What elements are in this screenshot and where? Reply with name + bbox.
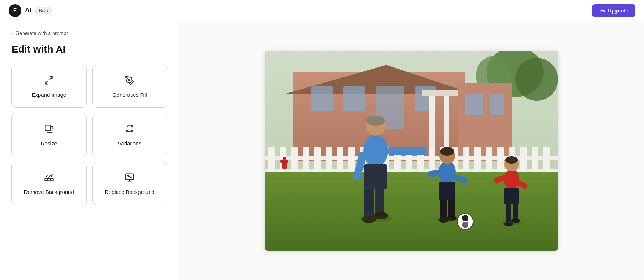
svg-rect-3	[45, 125, 50, 131]
remove-background-icon	[44, 172, 54, 184]
svg-rect-74	[365, 190, 373, 211]
resize-label: Resize	[41, 140, 57, 146]
svg-point-87	[505, 156, 518, 164]
main-image	[265, 51, 558, 251]
svg-rect-23	[429, 94, 435, 151]
svg-point-64	[363, 135, 388, 167]
svg-point-5	[131, 126, 133, 128]
svg-rect-90	[513, 203, 518, 221]
replace-background-icon	[125, 172, 135, 184]
svg-point-77	[440, 147, 454, 156]
svg-rect-38	[337, 147, 343, 176]
svg-point-2	[128, 79, 130, 81]
svg-rect-50	[474, 147, 481, 176]
content-area	[179, 21, 644, 280]
header: E AI Beta Upgrade	[0, 0, 644, 21]
expand-image-icon	[44, 75, 54, 87]
svg-rect-56	[543, 147, 550, 176]
variations-icon	[125, 124, 135, 135]
svg-point-66	[366, 116, 385, 126]
beta-badge: Beta	[35, 7, 52, 14]
svg-rect-52	[497, 147, 504, 176]
sidebar: ‹ Generate with a prompt Edit with AI Ex…	[0, 21, 179, 280]
image-container	[265, 51, 558, 251]
svg-line-1	[45, 81, 48, 84]
svg-rect-36	[314, 147, 321, 176]
expand-image-label: Expand Image	[31, 92, 66, 98]
tool-card-variations[interactable]: Variations	[92, 114, 167, 156]
upgrade-button[interactable]: Upgrade	[592, 4, 635, 17]
page-title: Edit with AI	[11, 44, 167, 55]
tool-card-resize[interactable]: Resize	[11, 114, 87, 156]
svg-rect-80	[448, 199, 455, 219]
svg-point-85	[504, 169, 519, 189]
generative-fill-label: Generative Fill	[112, 92, 147, 98]
svg-rect-35	[303, 147, 309, 176]
svg-rect-78	[439, 182, 455, 200]
svg-rect-37	[326, 147, 332, 176]
variations-label: Variations	[118, 140, 141, 146]
svg-point-15	[515, 58, 558, 101]
main-layout: ‹ Generate with a prompt Edit with AI Ex…	[0, 21, 644, 280]
logo-icon: E	[9, 4, 21, 17]
tool-card-expand-image[interactable]: Expand Image	[11, 65, 87, 108]
svg-point-99	[436, 217, 458, 222]
svg-rect-34	[291, 147, 298, 176]
replace-background-label: Replace Background	[105, 189, 155, 195]
svg-point-100	[502, 221, 522, 225]
svg-rect-29	[490, 94, 504, 115]
svg-rect-28	[465, 94, 483, 115]
remove-background-label: Remove Background	[24, 189, 74, 195]
svg-point-12	[128, 175, 128, 176]
svg-rect-24	[444, 94, 449, 151]
app-title: AI	[25, 7, 31, 14]
svg-rect-51	[486, 147, 492, 176]
svg-rect-71	[387, 147, 427, 155]
svg-rect-9	[50, 178, 53, 181]
tools-grid: Expand Image Generative Fill	[11, 65, 167, 205]
tool-card-remove-background[interactable]: Remove Background	[11, 162, 87, 205]
back-link[interactable]: ‹ Generate with a prompt	[11, 30, 167, 36]
svg-rect-39	[348, 147, 355, 176]
tool-card-generative-fill[interactable]: Generative Fill	[92, 65, 167, 108]
tool-card-replace-background[interactable]: Replace Background	[92, 162, 167, 205]
back-chevron-icon: ‹	[11, 30, 13, 36]
svg-rect-32	[268, 147, 275, 176]
svg-rect-54	[520, 147, 527, 176]
svg-rect-67	[364, 164, 387, 189]
svg-rect-19	[311, 86, 333, 111]
back-link-label: Generate with a prompt	[15, 30, 68, 36]
svg-rect-88	[504, 188, 519, 204]
resize-icon	[44, 124, 54, 135]
svg-rect-55	[532, 147, 538, 176]
header-left: E AI Beta	[9, 4, 52, 17]
svg-rect-49	[463, 147, 469, 176]
svg-rect-20	[343, 86, 365, 111]
crown-icon	[599, 8, 605, 14]
svg-point-98	[360, 215, 392, 222]
svg-line-0	[50, 77, 53, 80]
generative-fill-icon	[125, 75, 135, 87]
svg-rect-63	[283, 157, 286, 161]
